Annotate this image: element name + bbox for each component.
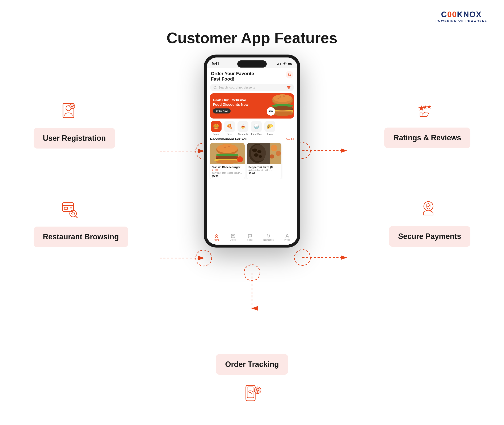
svg-rect-20 [64,207,68,209]
svg-point-80 [287,234,288,236]
user-registration-icon-area [61,102,78,120]
pizza-price: $5.99 [248,172,280,175]
app-header: Order Your Favorite Fast Food! [207,68,297,84]
spaghetti-label: Spaghetti [238,133,248,135]
svg-point-14 [70,104,75,109]
phone-mockup: 9:41 [204,54,300,247]
order-now-button[interactable]: Order Now [213,108,231,113]
category-tacco[interactable]: 🌮 Tacco [264,121,276,135]
svg-point-69 [257,150,261,153]
cheeseburger-image: + [210,143,245,164]
phone-outer: 9:41 [204,54,300,247]
order-tracking-icon [243,384,261,405]
notification-icon [266,234,271,238]
logo-name: C00KNOX [441,10,482,19]
order-tracking-label: Order Tracking [216,354,288,375]
user-registration-icon [61,102,78,119]
svg-point-64 [216,160,238,164]
category-list: 🍔 Burger 🍕 Pizza 🍝 Spaghetti 🍚 Fried Ric… [207,121,297,137]
burger-icon-wrap: 🍔 [211,121,222,132]
pizza-name: Pepperoni Pizza (M [248,166,280,169]
cheeseburger-price: $5.99 [212,174,243,178]
ratings-reviews-icon: ★ ★ ★ [418,101,437,118]
category-fried-rice[interactable]: 🍚 Fried Rice [250,121,263,135]
search-bar[interactable]: Search food, drink, desserts [210,84,294,91]
bell-icon [287,73,291,77]
svg-rect-32 [277,64,278,65]
svg-point-52 [272,106,293,110]
phone-inner: 9:41 [207,58,297,245]
add-cheeseburger-btn[interactable]: + [237,156,243,162]
recommended-title: Recommended For You [210,137,247,141]
ratings-reviews-label: Ratings & Reviews [384,127,470,148]
discount-badge: 45% [267,107,275,116]
cheeseburger-info: Classic Cheeseburger ★ 4.8 Juicy beef pa… [210,164,245,179]
svg-point-75 [270,154,274,159]
user-registration-label: User Registration [34,128,115,148]
logo-subtitle: POWERING ON PROGRESS [436,19,487,22]
nav-notification[interactable]: Notification [263,234,274,241]
recommended-header: Recommended For You See All [207,137,297,143]
promo-banner: Grab Our Exclusive Food Discounts Now! O… [210,93,294,119]
nav-orders[interactable]: Orders [230,234,237,241]
cheeseburger-name: Classic Cheeseburger [212,166,243,169]
tacco-icon-wrap: 🌮 [264,121,275,132]
svg-line-39 [216,88,217,89]
svg-rect-36 [288,63,291,64]
pizza-info: Pepperoni Pizza (M A classic favorite wi… [247,164,281,177]
restaurant-browsing-icon [61,201,78,218]
orders-icon [231,234,235,238]
notification-nav-label: Notification [263,239,274,241]
svg-point-73 [271,145,277,151]
spaghetti-icon-wrap: 🍝 [238,121,248,132]
secure-payments-label: Secure Payments [389,226,470,247]
pizza-svg [247,143,281,164]
order-tracking-icon-area [243,384,261,406]
svg-point-71 [259,155,262,158]
home-icon [214,234,219,238]
food-card-pizza[interactable]: Pepperoni Pizza (M A classic favorite wi… [247,143,281,179]
banner-text-area: Grab Our Exclusive Food Discounts Now! O… [210,95,253,116]
home-nav-label: Home [214,239,219,241]
page-title: Customer App Features [0,29,504,46]
category-pizza[interactable]: 🍕 Pizza [224,121,236,135]
cheeseburger-rating-value: 4.8 [214,169,218,171]
svg-point-7 [196,250,212,266]
tacco-label: Tacco [267,133,273,135]
pizza-icon-wrap: 🍕 [224,121,235,132]
svg-point-24 [72,212,75,215]
app-content: Order Your Favorite Fast Food! [207,68,297,245]
svg-point-57 [217,144,238,153]
search-icon [213,86,217,89]
status-time: 9:41 [212,62,219,66]
star-icon: ★ [212,169,214,171]
search-left: Search food, drink, desserts [213,86,255,89]
wifi-icon [283,62,287,65]
food-card-cheeseburger[interactable]: + Classic Cheeseburger ★ 4.8 Juicy beef … [210,143,245,179]
notification-bell[interactable] [286,71,293,79]
fried-rice-icon-wrap: 🍚 [251,121,262,132]
cheeseburger-desc: Juicy beef patty topped with melted ch..… [212,172,243,174]
pizza-image [247,143,281,164]
svg-point-70 [254,153,259,157]
app-title: Order Your Favorite Fast Food! [211,71,254,82]
nav-home[interactable]: Home [214,234,219,241]
nav-profile[interactable]: Profile [284,234,290,241]
svg-text:★: ★ [427,104,432,110]
secure-payments-icon [420,200,437,217]
category-spaghetti[interactable]: 🍝 Spaghetti [237,121,249,135]
category-burger[interactable]: 🍔 Burger [210,121,222,135]
battery-icon [288,62,292,65]
svg-point-54 [272,112,293,116]
nav-chats[interactable]: Chats [247,234,253,241]
svg-line-25 [76,216,77,218]
signal-icon [277,62,281,65]
svg-point-45 [273,94,292,102]
see-all-link[interactable]: See All [286,138,294,141]
burger-label: Burger [212,133,219,135]
pizza-desc: A classic favorite with a c... [248,169,280,171]
cheeseburger-rating: ★ 4.8 [212,169,243,171]
filter-icon[interactable] [287,86,291,89]
chats-icon [248,234,252,238]
svg-point-68 [252,148,257,152]
